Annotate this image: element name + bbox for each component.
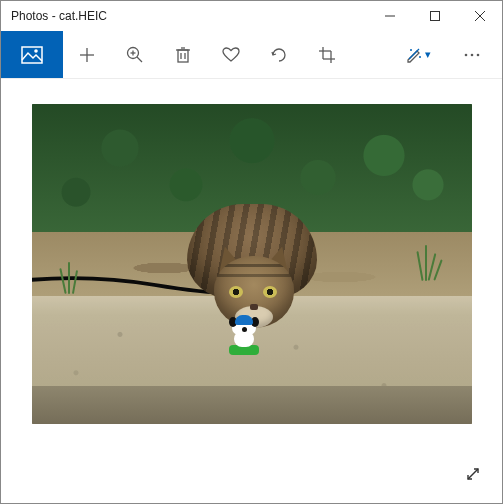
crop-button[interactable] [303, 31, 351, 78]
add-button[interactable] [63, 31, 111, 78]
svg-point-23 [465, 53, 468, 56]
svg-rect-1 [430, 12, 439, 21]
fullscreen-icon [465, 466, 481, 482]
heart-icon [222, 47, 240, 63]
svg-point-22 [419, 56, 421, 58]
toolbar: ▾ [1, 31, 502, 79]
close-button[interactable] [457, 1, 502, 31]
maximize-button[interactable] [412, 1, 457, 31]
minimize-button[interactable] [367, 1, 412, 31]
more-icon [463, 53, 481, 57]
svg-rect-4 [22, 47, 42, 63]
add-icon [79, 47, 95, 63]
svg-rect-12 [178, 50, 188, 62]
zoom-icon [126, 46, 144, 64]
svg-point-21 [410, 49, 412, 51]
favorite-button[interactable] [207, 31, 255, 78]
fullscreen-button[interactable] [458, 459, 488, 489]
minimize-icon [385, 11, 395, 21]
close-icon [475, 11, 485, 21]
svg-point-5 [34, 49, 38, 53]
more-button[interactable] [448, 31, 496, 78]
titlebar: Photos - cat.HEIC [1, 1, 502, 31]
crop-icon [318, 46, 336, 64]
delete-button[interactable] [159, 31, 207, 78]
window-title: Photos - cat.HEIC [1, 9, 107, 23]
photo-viewer[interactable] [1, 79, 502, 499]
rotate-icon [270, 46, 288, 64]
delete-icon [175, 46, 191, 64]
photo-image [32, 104, 472, 424]
edit-create-button[interactable]: ▾ [388, 31, 448, 78]
rotate-button[interactable] [255, 31, 303, 78]
zoom-button[interactable] [111, 31, 159, 78]
svg-point-24 [471, 53, 474, 56]
toy-object [225, 315, 261, 355]
svg-line-26 [468, 469, 478, 479]
edit-icon [405, 46, 423, 64]
svg-point-25 [477, 53, 480, 56]
chevron-down-icon: ▾ [425, 48, 431, 61]
maximize-icon [430, 11, 440, 21]
photo-view-icon [21, 46, 43, 64]
svg-line-9 [137, 57, 142, 62]
view-collection-tab[interactable] [1, 31, 63, 78]
